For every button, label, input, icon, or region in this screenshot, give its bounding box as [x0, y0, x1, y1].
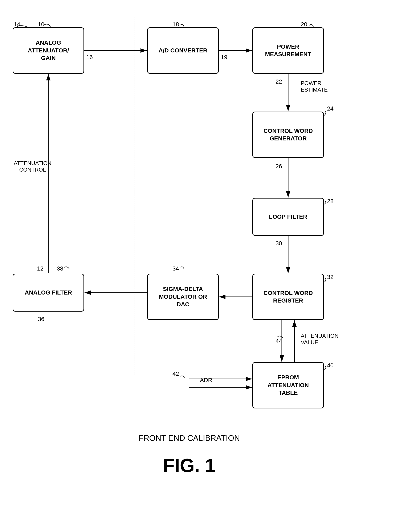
ref-14: 14: [14, 21, 20, 28]
eprom-table-label: EPROMATTENUATIONTABLE: [268, 374, 309, 397]
power-measurement-block: POWERMEASUREMENT: [252, 27, 324, 74]
power-measurement-label: POWERMEASUREMENT: [265, 43, 311, 58]
dashed-separator: [135, 17, 135, 375]
ref-40: 40: [327, 362, 334, 369]
attenuation-control-label: ATTENUATIONCONTROL: [12, 160, 54, 173]
ref-18: 18: [172, 21, 179, 28]
ref-12: 12: [37, 265, 44, 272]
analog-attenuator-label: ANALOGATTENUATOR/GAIN: [28, 39, 69, 62]
ref-30: 30: [276, 240, 282, 247]
ref-44: 44: [276, 338, 282, 345]
diagram-container: ANALOGATTENUATOR/GAIN A/D CONVERTER POWE…: [0, 0, 420, 520]
ref-22: 22: [276, 78, 282, 85]
analog-attenuator-block: ANALOGATTENUATOR/GAIN: [13, 27, 84, 74]
ref-32: 32: [327, 274, 334, 280]
ref-42: 42: [172, 371, 179, 377]
sigma-delta-block: SIGMA-DELTAMODULATOR ORDAC: [147, 274, 219, 320]
ref-10: 10: [38, 21, 44, 28]
analog-filter-block: ANALOG FILTER: [13, 274, 84, 311]
ref-16: 16: [86, 54, 93, 61]
adr-label: ADR: [195, 377, 217, 384]
fig-label: FIG. 1: [126, 455, 252, 476]
ref-24: 24: [327, 105, 334, 112]
eprom-table-block: EPROMATTENUATIONTABLE: [252, 362, 324, 408]
ref-36: 36: [38, 316, 44, 323]
ref-26: 26: [276, 163, 282, 170]
ad-converter-label: A/D CONVERTER: [158, 47, 207, 54]
power-estimate-label: POWERESTIMATE: [301, 80, 343, 93]
sigma-delta-label: SIGMA-DELTAMODULATOR ORDAC: [159, 285, 207, 308]
ref-20: 20: [301, 21, 307, 28]
control-word-register-label: CONTROL WORDREGISTER: [263, 289, 313, 305]
loop-filter-label: LOOP FILTER: [269, 213, 308, 221]
analog-filter-label: ANALOG FILTER: [25, 289, 72, 296]
ad-converter-block: A/D CONVERTER: [147, 27, 219, 74]
ref-34: 34: [172, 265, 179, 272]
ref-19: 19: [221, 54, 227, 61]
ref-28: 28: [327, 198, 334, 205]
front-end-caption: FRONT END CALIBRATION: [105, 434, 273, 443]
control-word-generator-label: CONTROL WORDGENERATOR: [263, 127, 313, 142]
ref-38: 38: [57, 265, 63, 272]
control-word-generator-block: CONTROL WORDGENERATOR: [252, 112, 324, 158]
loop-filter-block: LOOP FILTER: [252, 198, 324, 236]
attenuation-value-label: ATTENUATIONVALUE: [301, 333, 347, 346]
control-word-register-block: CONTROL WORDREGISTER: [252, 274, 324, 320]
